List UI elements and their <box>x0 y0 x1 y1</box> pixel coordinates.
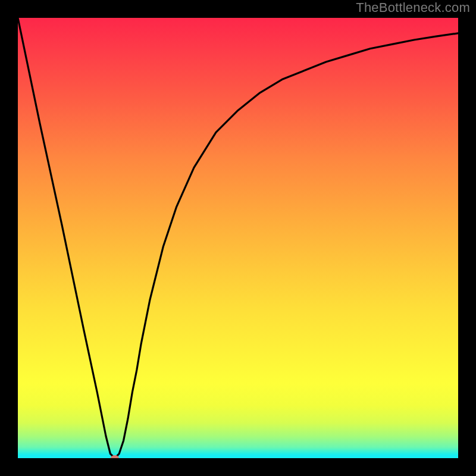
optimal-point-marker <box>111 455 119 458</box>
bottleneck-curve <box>18 18 458 458</box>
plot-area <box>18 18 458 458</box>
chart-frame: TheBottleneck.com <box>0 0 476 476</box>
watermark-text: TheBottleneck.com <box>356 0 470 15</box>
